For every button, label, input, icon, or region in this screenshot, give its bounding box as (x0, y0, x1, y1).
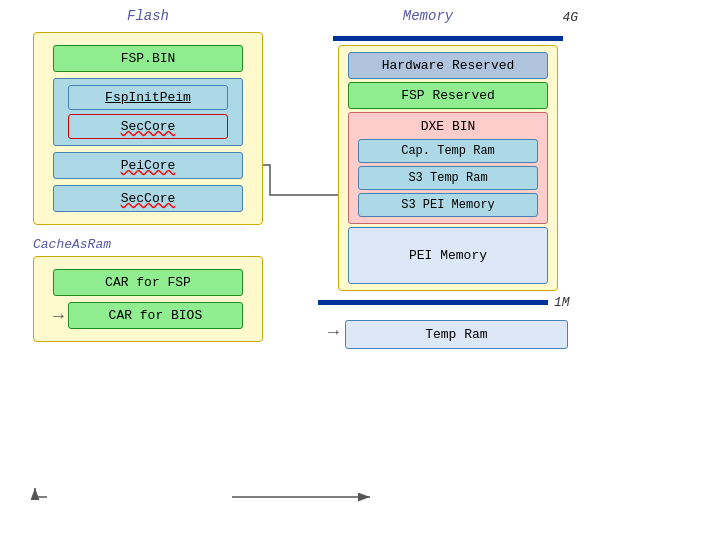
temp-ram-row: → Temp Ram (328, 314, 568, 349)
bottom-line-row: 1M (318, 295, 578, 310)
car-bios-chip: CAR for BIOS (68, 302, 243, 329)
fsp-bin-chip: FSP.BIN (53, 45, 243, 72)
flash-yellow-box: FSP.BIN FspInitPeim SecCore PeiCore SecC… (33, 32, 263, 225)
cache-as-ram-label: CacheAsRam (33, 237, 263, 252)
s3-temp-ram-chip: S3 Temp Ram (358, 166, 538, 190)
flash-title: Flash (127, 8, 169, 24)
pei-memory-chip: PEI Memory (348, 227, 548, 284)
sec-core-2-chip: SecCore (53, 185, 243, 212)
memory-column: Memory 4G Hardware Reserved FSP Reserved… (298, 8, 598, 349)
flash-column: Flash FSP.BIN FspInitPeim SecCore PeiCor… (18, 8, 278, 349)
temp-ram-arrow-icon: → (328, 322, 339, 342)
memory-title: Memory (318, 8, 538, 24)
car-fsp-chip: CAR for FSP (53, 269, 243, 296)
hardware-reserved-chip: Hardware Reserved (348, 52, 548, 79)
bottom-thick-line (318, 300, 548, 305)
temp-ram-chip: Temp Ram (345, 320, 568, 349)
top-thick-line (333, 36, 563, 41)
memory-title-row: Memory 4G (318, 8, 578, 32)
sec-core-2-label: SecCore (121, 191, 176, 206)
fsp-init-peim-chip: FspInitPeim (68, 85, 228, 110)
left-arrow-icon: → (53, 307, 64, 325)
diagram-container: Flash FSP.BIN FspInitPeim SecCore PeiCor… (0, 0, 713, 558)
sec-core-1-chip: SecCore (68, 114, 228, 139)
fsp-init-peim-label: FspInitPeim (105, 90, 191, 105)
cache-as-ram-section: CacheAsRam CAR for FSP → CAR for BIOS (33, 237, 263, 342)
pei-core-label: PeiCore (121, 158, 176, 173)
pei-core-chip: PeiCore (53, 152, 243, 179)
4g-label: 4G (562, 10, 578, 25)
fsp-reserved-chip: FSP Reserved (348, 82, 548, 109)
dxe-bin-label: DXE BIN (421, 119, 476, 134)
cap-temp-ram-chip: Cap. Temp Ram (358, 139, 538, 163)
cache-as-ram-box: CAR for FSP → CAR for BIOS (33, 256, 263, 342)
content-layout: Flash FSP.BIN FspInitPeim SecCore PeiCor… (0, 0, 713, 357)
1m-label: 1M (554, 295, 570, 310)
dxe-bin-group: DXE BIN Cap. Temp Ram S3 Temp Ram S3 PEI… (348, 112, 548, 224)
s3-pei-memory-chip: S3 PEI Memory (358, 193, 538, 217)
fsp-init-group: FspInitPeim SecCore (53, 78, 243, 146)
memory-yellow-box: Hardware Reserved FSP Reserved DXE BIN C… (338, 45, 558, 291)
car-bios-row: → CAR for BIOS (53, 302, 243, 329)
